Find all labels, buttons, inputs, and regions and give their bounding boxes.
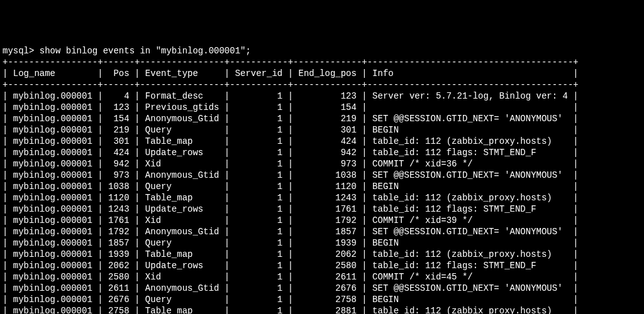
table-header-row: | Log_name | Pos | Event_type | Server_i… [3, 68, 579, 78]
table-separator-mid: +-----------------+------+--------------… [3, 80, 579, 90]
mysql-prompt: mysql> [3, 46, 40, 56]
table-separator-top: +-----------------+------+--------------… [3, 57, 579, 67]
sql-command[interactable]: show binlog events in "mybinlog.000001"; [40, 46, 251, 56]
terminal-output: mysql> show binlog events in "mybinlog.0… [0, 45, 644, 314]
table-body: | mybinlog.000001 | 4 | Format_desc | 1 … [3, 90, 641, 314]
